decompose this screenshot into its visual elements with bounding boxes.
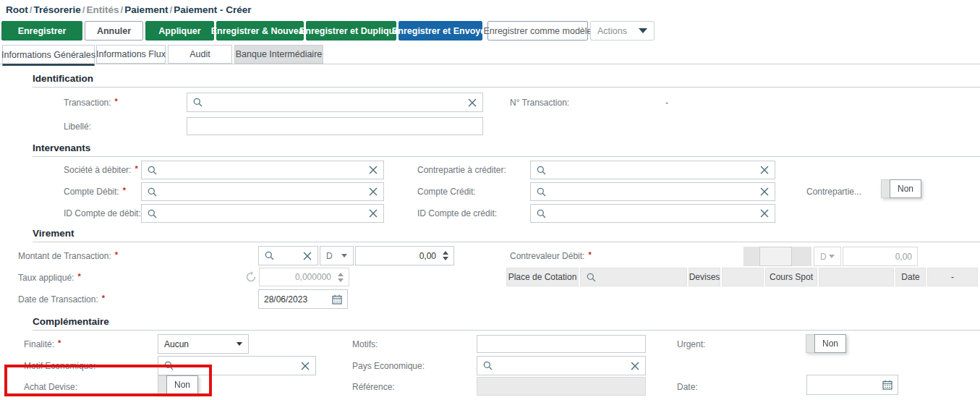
transaction-search-field[interactable]: [187, 93, 483, 112]
clear-icon[interactable]: [468, 98, 477, 107]
cotation-date-label: Date: [895, 268, 926, 286]
id-compte-debit-input[interactable]: [161, 208, 365, 218]
libelle-field[interactable]: [187, 117, 483, 135]
achat-devise-toggle[interactable]: Non: [158, 375, 198, 394]
date-transaction-input[interactable]: [264, 294, 328, 305]
breadcrumb-root[interactable]: Root: [6, 4, 28, 15]
id-compte-credit-search-field[interactable]: [530, 204, 775, 223]
breadcrumb-paiement[interactable]: Paiement: [124, 4, 168, 15]
contrevaleur-currency-dropdown: D: [814, 247, 841, 266]
motif-economique-search-field[interactable]: [158, 356, 316, 375]
save-template-button[interactable]: Enregistrer comme modèle: [487, 21, 588, 41]
toggle-track: [881, 179, 890, 198]
tab-banque-intermediaire[interactable]: Banque Intermédiaire: [234, 45, 323, 64]
amount-spinner[interactable]: [443, 251, 448, 260]
section-title-identification: Identification: [33, 73, 93, 84]
apply-button[interactable]: Appliquer: [145, 21, 214, 41]
spin-down-icon: [338, 278, 344, 282]
taux-applique-input: [265, 272, 331, 282]
date-input[interactable]: [812, 380, 878, 390]
motifs-field[interactable]: [477, 335, 646, 353]
id-compte-credit-label: ID Compte de crédit:: [417, 208, 497, 218]
motif-economique-input[interactable]: [178, 361, 297, 371]
compte-debit-search-field[interactable]: [141, 182, 384, 201]
required-marker: *: [58, 339, 61, 347]
required-marker: *: [77, 272, 80, 281]
save-duplicate-button[interactable]: Enregistrer et Dupliquer: [306, 21, 396, 41]
date-field[interactable]: [806, 375, 898, 395]
cours-spot-value: [819, 268, 894, 286]
montant-amount-field[interactable]: [355, 246, 454, 265]
calendar-icon[interactable]: [332, 294, 342, 305]
required-marker: *: [115, 250, 118, 259]
refresh-icon[interactable]: [245, 271, 257, 283]
compte-debit-input[interactable]: [161, 187, 365, 197]
taux-applique-label: Taux appliqué:*: [18, 273, 81, 283]
montant-devise-input[interactable]: [278, 251, 299, 261]
save-button[interactable]: Enregistrer: [1, 21, 82, 41]
montant-currency-dropdown[interactable]: D: [320, 246, 354, 265]
tab-audit[interactable]: Audit: [168, 45, 232, 64]
compte-credit-input[interactable]: [550, 187, 756, 197]
contrevaleur-search-disabled: [743, 247, 811, 266]
clear-icon[interactable]: [303, 252, 312, 260]
clear-icon[interactable]: [760, 166, 769, 174]
breadcrumb-entites[interactable]: Entités: [87, 4, 119, 15]
id-compte-debit-search-field[interactable]: [141, 204, 384, 223]
section-title-complementaire: Complémentaire: [33, 316, 109, 327]
clear-icon[interactable]: [301, 362, 310, 370]
chevron-down-icon: [829, 255, 835, 258]
clear-icon[interactable]: [369, 187, 378, 196]
search-icon: [587, 273, 596, 282]
tab-informations-flux[interactable]: Informations Flux: [96, 45, 166, 64]
montant-devise-search-field[interactable]: [258, 246, 318, 265]
pays-economique-search-field[interactable]: [477, 356, 646, 375]
actions-menu-button[interactable]: Actions: [590, 21, 655, 41]
contrevaleur-debit-label: Contrevaleur Débit:*: [510, 251, 592, 261]
num-transaction-value: -: [665, 98, 668, 108]
finalite-select[interactable]: Aucun: [158, 334, 249, 354]
clear-icon[interactable]: [369, 209, 378, 218]
montant-transaction-label: Montant de Transaction:*: [18, 251, 118, 261]
societe-debiter-input[interactable]: [161, 165, 365, 175]
clear-icon[interactable]: [631, 362, 639, 370]
search-icon: [537, 187, 546, 197]
contrepartie-crediter-search-field[interactable]: [530, 161, 775, 179]
breadcrumb-tresorerie[interactable]: Trésorerie: [34, 4, 81, 15]
toggle-value: Non: [890, 179, 921, 198]
search-icon: [265, 251, 274, 260]
clear-icon[interactable]: [760, 209, 769, 218]
clear-icon[interactable]: [760, 187, 769, 196]
montant-amount-input[interactable]: [361, 251, 436, 261]
tab-informations-generales[interactable]: Informations Générales: [2, 45, 95, 66]
calendar-icon[interactable]: [882, 380, 892, 390]
save-new-button[interactable]: Enregistrer & Nouveau: [216, 21, 304, 41]
motifs-input[interactable]: [477, 336, 645, 352]
spin-up-icon[interactable]: [443, 251, 448, 255]
societe-debiter-search-field[interactable]: [141, 161, 384, 179]
compte-credit-label: Compte Crédit:: [417, 187, 476, 197]
motifs-label: Motifs:: [352, 339, 378, 349]
id-compte-debit-label: ID Compte de débit:: [64, 208, 141, 218]
spin-down-icon[interactable]: [443, 257, 448, 260]
section-title-intervenants: Intervenants: [33, 142, 90, 153]
required-marker: *: [115, 97, 118, 106]
pays-economique-input[interactable]: [497, 361, 626, 371]
chevron-down-icon: [341, 254, 347, 258]
id-compte-credit-input[interactable]: [550, 208, 756, 218]
compte-debit-label: Compte Débit:*: [64, 187, 126, 197]
contrepartie-toggle[interactable]: Non: [881, 179, 921, 198]
section-rule: [33, 156, 980, 157]
contrepartie-crediter-input[interactable]: [550, 165, 756, 175]
compte-credit-search-field[interactable]: [530, 182, 775, 201]
urgent-toggle[interactable]: Non: [806, 334, 846, 353]
save-send-button[interactable]: Enregistrer et Envoyer: [399, 21, 482, 41]
transaction-input[interactable]: [207, 98, 464, 108]
libelle-input[interactable]: [187, 118, 482, 135]
date-transaction-field[interactable]: [258, 289, 348, 309]
cancel-button[interactable]: Annuler: [85, 21, 143, 41]
transaction-label: Transaction:*: [64, 98, 118, 108]
chevron-down-icon: [237, 342, 242, 346]
clear-icon[interactable]: [369, 166, 378, 174]
actions-label: Actions: [597, 26, 627, 36]
